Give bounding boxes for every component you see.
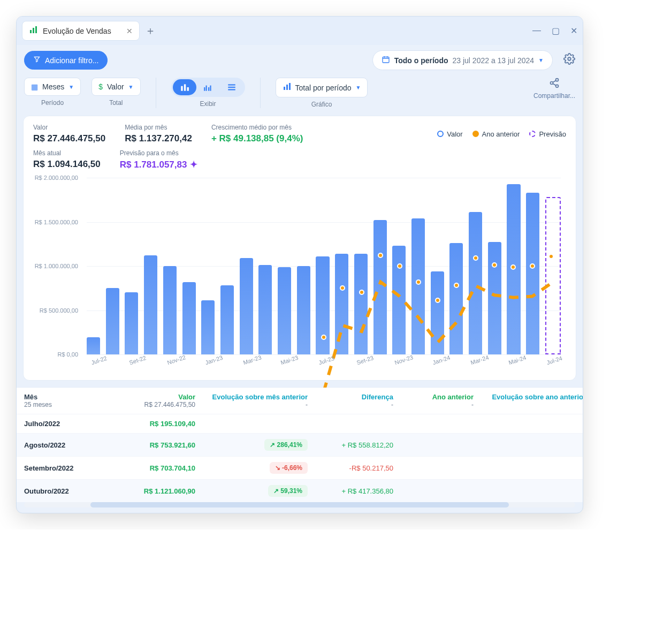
- svg-rect-13: [228, 87, 235, 88]
- view-mode-grouped-button[interactable]: [196, 79, 220, 95]
- chart-caption: Gráfico: [311, 101, 332, 108]
- svg-rect-2: [35, 26, 37, 33]
- table-row[interactable]: Agosto/2022R$ 753.921,60↗ 286,41%+ R$ 55…: [17, 433, 583, 456]
- col-evol-aa[interactable]: Evolução sobre ano anterior: [474, 393, 583, 401]
- legend-marker-icon: [472, 131, 479, 137]
- col-mes[interactable]: Mês: [24, 393, 115, 401]
- chart-type-selector[interactable]: Total por período ▼: [276, 78, 368, 97]
- svg-point-20: [555, 85, 558, 87]
- total-caption: Total: [109, 99, 123, 107]
- col-sub: -: [393, 401, 474, 408]
- stat-value: R$ 27.446.475,50: [33, 133, 105, 144]
- document-tab[interactable]: Evolução de Vendas ✕: [22, 21, 140, 41]
- add-tab-button[interactable]: ＋: [145, 24, 156, 38]
- svg-rect-9: [205, 86, 207, 91]
- x-tick: Jul-23: [318, 355, 335, 366]
- cell-evol-ma: ↘ -6,66%: [195, 462, 308, 474]
- bar[interactable]: [316, 256, 329, 354]
- cell-mes: Agosto/2022: [24, 441, 115, 449]
- period-caption: Período: [41, 99, 64, 107]
- bar[interactable]: [526, 193, 539, 354]
- col-evol-ma[interactable]: Evolução sobre mês anterior: [195, 393, 308, 401]
- x-tick: Jan-23: [204, 354, 224, 366]
- bar[interactable]: [240, 258, 253, 354]
- svg-rect-5: [181, 86, 182, 91]
- period-range-label: Todo o período: [394, 56, 448, 65]
- x-tick: Jul-22: [90, 355, 108, 366]
- bar[interactable]: [258, 265, 272, 354]
- bar[interactable]: [373, 220, 387, 354]
- x-tick: Mai-23: [280, 354, 299, 366]
- stat-value: R$ 1.781.057,83✦: [120, 159, 198, 170]
- legend-marker-icon: [529, 131, 536, 137]
- bar[interactable]: [354, 254, 368, 354]
- table-row[interactable]: Julho/2022R$ 195.109,40: [17, 414, 583, 433]
- stat-label: Previsão para o mês: [120, 149, 198, 157]
- period-selector-label: Meses: [42, 82, 64, 91]
- stat-label: Mês atual: [33, 149, 101, 157]
- bar[interactable]: [125, 292, 138, 354]
- bar[interactable]: [449, 243, 463, 354]
- svg-point-19: [550, 82, 553, 85]
- table-row[interactable]: Setembro/2022R$ 703.704,10↘ -6,66%-R$ 50…: [17, 456, 583, 479]
- selectors: ▦ Meses ▼ Período $ Valor ▼ Total: [17, 75, 583, 116]
- y-tick: R$ 0,00: [57, 351, 78, 358]
- share-button[interactable]: Compartilhar...: [533, 78, 575, 100]
- chart-card: Valor R$ 27.446.475,50 Média por mês R$ …: [23, 116, 576, 381]
- cell-mes: Julho/2022: [24, 420, 115, 428]
- bar[interactable]: [411, 218, 425, 354]
- cell-valor: R$ 1.121.060,90: [115, 487, 195, 495]
- bar-chart-icon: [283, 82, 291, 93]
- table-row[interactable]: Outubro/2022R$ 1.121.060,90↗ 59,31%+ R$ …: [17, 479, 583, 502]
- bar[interactable]: [488, 242, 501, 354]
- settings-icon[interactable]: [563, 53, 575, 68]
- x-tick: Mar-24: [470, 354, 490, 366]
- bar[interactable]: [545, 197, 561, 354]
- bar[interactable]: [87, 337, 100, 354]
- y-tick: R$ 500.000,00: [40, 307, 78, 314]
- table-header: Mês 25 meses Valor R$ 27.446.475,50 Evol…: [17, 388, 583, 414]
- bar[interactable]: [182, 282, 196, 354]
- bar[interactable]: [278, 267, 291, 354]
- maximize-icon[interactable]: ▢: [552, 26, 560, 36]
- cell-valor: R$ 195.109,40: [115, 420, 195, 428]
- horizontal-scrollbar[interactable]: [24, 502, 575, 507]
- col-valor[interactable]: Valor: [115, 393, 195, 401]
- col-dif[interactable]: Diferença: [308, 393, 393, 401]
- bar[interactable]: [335, 254, 348, 354]
- svg-rect-11: [210, 86, 211, 91]
- bar[interactable]: [106, 288, 119, 354]
- legend-ano-anterior: Ano anterior: [472, 130, 520, 138]
- svg-rect-6: [184, 84, 185, 90]
- bar[interactable]: [144, 255, 157, 354]
- cell-dif: + R$ 417.356,80: [308, 487, 393, 495]
- svg-rect-8: [204, 87, 205, 91]
- bar[interactable]: [201, 300, 215, 354]
- close-tab-icon[interactable]: ✕: [126, 27, 133, 35]
- bar[interactable]: [220, 285, 234, 354]
- bar-chart-icon: [29, 26, 37, 36]
- bar[interactable]: [431, 271, 444, 354]
- chart-type-label: Total por período: [295, 84, 352, 92]
- stat-label: Valor: [33, 124, 105, 131]
- view-mode-bar-button[interactable]: [173, 79, 196, 95]
- col-ano-ant[interactable]: Ano anterior: [393, 393, 474, 401]
- minimize-icon[interactable]: —: [532, 26, 541, 36]
- period-range-button[interactable]: Todo o período 23 jul 2022 a 13 jul 2024…: [372, 50, 553, 70]
- view-mode-list-button[interactable]: [220, 79, 243, 95]
- bar[interactable]: [469, 212, 482, 354]
- bar[interactable]: [297, 266, 310, 354]
- add-filter-button[interactable]: Adicionar filtro...: [24, 51, 108, 70]
- bar[interactable]: [392, 246, 406, 354]
- total-selector[interactable]: $ Valor ▼: [92, 78, 140, 96]
- close-window-icon[interactable]: ✕: [570, 26, 577, 36]
- svg-rect-7: [187, 87, 188, 91]
- bar[interactable]: [163, 266, 177, 354]
- x-tick: Nov-23: [394, 354, 414, 366]
- chevron-down-icon: ▼: [128, 84, 134, 90]
- bar[interactable]: [507, 184, 520, 354]
- chevron-down-icon: ▼: [68, 84, 74, 90]
- period-selector[interactable]: ▦ Meses ▼: [24, 78, 81, 96]
- stat-value: R$ 1.137.270,42: [125, 133, 192, 144]
- cell-valor: R$ 703.704,10: [115, 464, 195, 472]
